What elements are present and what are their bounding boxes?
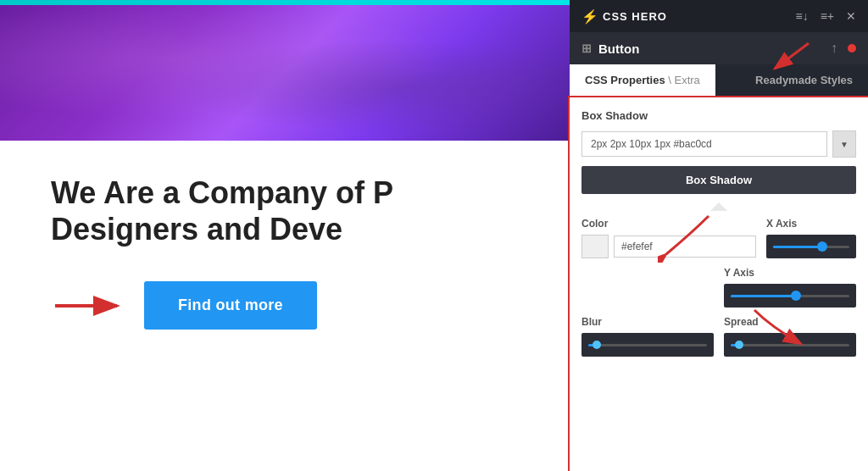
box-shadow-input[interactable] xyxy=(581,131,827,157)
yaxis-grid: Y Axis xyxy=(581,267,856,308)
box-shadow-input-row: ▼ xyxy=(581,130,856,158)
logo-text: CSS HERO xyxy=(603,10,667,23)
navigate-up-icon[interactable]: ↑ xyxy=(831,41,837,56)
xaxis-label: X Axis xyxy=(766,218,856,230)
box-shadow-button[interactable]: Box Shadow xyxy=(581,166,856,194)
find-out-more-container: Find out more xyxy=(51,281,519,330)
tabs-row: CSS Properties \ Extra Readymade Styles xyxy=(570,64,868,97)
hero-content: We Are a Company of P Designers and Deve… xyxy=(0,141,570,363)
box-shadow-dropdown-btn[interactable]: ▼ xyxy=(832,130,856,158)
yaxis-fill xyxy=(731,295,796,297)
element-selector-icons: ↑ xyxy=(831,41,856,56)
blur-spread-grid: Blur Spread xyxy=(581,316,856,357)
color-swatch[interactable] xyxy=(581,235,609,258)
element-selector-row: ⊞ Button ↑ xyxy=(570,32,868,64)
panel-content-area: Box Shadow ▼ Box Shadow Color X Axis xyxy=(570,97,868,471)
panel-content: Box Shadow ▼ Box Shadow Color X Axis xyxy=(570,97,868,368)
hero-title: We Are a Company of P Designers and Deve xyxy=(51,175,519,247)
xaxis-control: X Axis xyxy=(766,218,856,258)
close-icon[interactable]: ✕ xyxy=(846,9,856,23)
panel-arrow-indicator xyxy=(749,39,817,73)
website-preview: We Are a Company of P Designers and Deve… xyxy=(0,0,570,471)
yaxis-spacer xyxy=(581,267,714,308)
color-arrow-indicator xyxy=(658,212,717,263)
arrow-right-indicator xyxy=(51,291,127,321)
status-dot xyxy=(848,44,856,53)
blur-slider[interactable] xyxy=(581,333,714,357)
panel-header-icons: ≡↓ ≡+ ✕ xyxy=(795,9,856,23)
menu-plus-icon[interactable]: ≡+ xyxy=(821,9,834,23)
logo-lightning-icon: ⚡ xyxy=(581,8,599,25)
panel-logo: ⚡ CSS HERO xyxy=(581,8,667,25)
css-hero-panel: ⚡ CSS HERO ≡↓ ≡+ ✕ ⊞ Button ↑ xyxy=(570,0,868,471)
xaxis-fill xyxy=(773,246,823,248)
yaxis-label: Y Axis xyxy=(724,267,856,279)
panel-header: ⚡ CSS HERO ≡↓ ≡+ ✕ xyxy=(570,0,868,32)
tab-css-properties[interactable]: CSS Properties \ Extra xyxy=(570,64,715,97)
hero-banner xyxy=(0,5,570,141)
yaxis-thumb[interactable] xyxy=(791,291,801,301)
xaxis-track xyxy=(773,246,849,248)
element-type-label: Button xyxy=(598,42,639,56)
filter-icon[interactable]: ≡↓ xyxy=(795,9,808,23)
blur-control: Blur xyxy=(581,316,714,357)
xaxis-thumb[interactable] xyxy=(817,241,827,252)
blur-thumb[interactable] xyxy=(593,341,601,349)
element-type-icon: ⊞ xyxy=(581,42,592,55)
blur-track xyxy=(588,344,707,346)
spread-arrow-indicator xyxy=(746,306,814,348)
element-label: ⊞ Button xyxy=(581,42,639,56)
yaxis-control: Y Axis xyxy=(724,267,856,308)
blur-label: Blur xyxy=(581,316,714,328)
color-xaxis-grid: Color X Axis xyxy=(581,218,856,258)
spread-thumb[interactable] xyxy=(735,341,743,349)
find-out-more-button[interactable]: Find out more xyxy=(144,281,317,330)
triangle-indicator xyxy=(710,202,727,211)
box-shadow-section-title: Box Shadow xyxy=(581,109,856,122)
xaxis-slider[interactable] xyxy=(766,235,856,258)
yaxis-track xyxy=(731,295,849,297)
yaxis-slider[interactable] xyxy=(724,284,856,308)
